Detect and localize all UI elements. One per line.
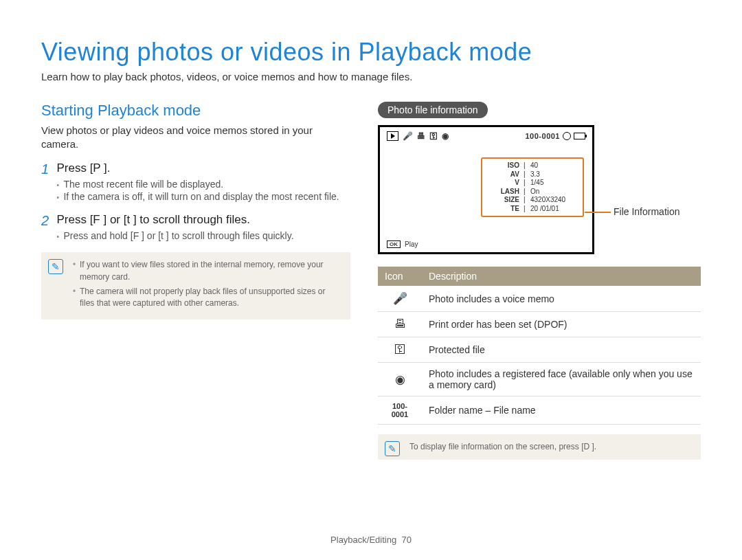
camera-screen: 🎤 🖶 ⚿ ◉ 100-0001 ISO|40 AV xyxy=(378,125,594,254)
table-desc: Photo includes a registered face (availa… xyxy=(422,363,701,396)
print-icon: 🖶 xyxy=(417,131,425,141)
info-key-flash: LASH xyxy=(486,188,519,197)
dial-icon xyxy=(563,132,571,140)
page-footer: Playback/Editing 70 xyxy=(0,535,742,545)
info-key-iso: ISO xyxy=(486,161,519,170)
table-head-desc: Description xyxy=(422,267,701,286)
info-key-size: SIZE xyxy=(486,196,519,205)
info-val-iso: 40 xyxy=(530,161,578,170)
step-number: 1 xyxy=(41,161,54,177)
face-icon: ◉ xyxy=(378,363,422,396)
info-val-date: 20 /01/01 xyxy=(530,205,578,214)
table-desc: Print order has been set (DPOF) xyxy=(422,312,701,337)
note-box-2: ✎ To display file information on the scr… xyxy=(378,434,701,460)
page-lead: Learn how to play back photos, videos, o… xyxy=(41,71,701,82)
table-row: ⚿Protected file xyxy=(378,337,701,363)
table-head-icon: Icon xyxy=(378,267,422,286)
ok-label: OK xyxy=(387,240,401,248)
playback-icon xyxy=(387,131,398,141)
table-row: 🖶Print order has been set (DPOF) xyxy=(378,312,701,337)
section-title: Starting Playback mode xyxy=(41,102,350,120)
table-row: 🎤Photo includes a voice memo xyxy=(378,286,701,312)
step-number: 2 xyxy=(41,213,54,229)
play-label: Play xyxy=(405,240,418,248)
step-1-sub-b: If the camera is off, it will turn on an… xyxy=(56,190,345,203)
photo-file-info-pill: Photo file information xyxy=(378,102,488,118)
info-val-flash: On xyxy=(530,188,578,197)
step-2: 2 Press [F ] or [t ] to scroll through f… xyxy=(41,213,350,243)
right-column: Photo file information 🎤 🖶 ⚿ ◉ 100-0001 xyxy=(378,102,701,460)
footer-section: Playback/Editing xyxy=(330,535,396,545)
battery-icon xyxy=(574,133,585,139)
table-row: 100-0001Folder name – File name xyxy=(378,396,701,425)
table-row: ◉Photo includes a registered face (avail… xyxy=(378,363,701,396)
step-1: 1 Press [P ]. The most recent file will … xyxy=(41,161,350,204)
table-desc: Photo includes a voice memo xyxy=(422,286,701,312)
step-2-sub-a: Press and hold [F ] or [t ] to scroll th… xyxy=(56,229,345,243)
note-icon: ✎ xyxy=(385,441,400,456)
info-key-av: AV xyxy=(486,170,519,179)
note-1: If you want to view files stored in the … xyxy=(73,259,341,283)
step-2-title: Press [F ] or [t ] to scroll through fil… xyxy=(56,213,345,227)
file-number-label: 100-0001 xyxy=(526,132,561,140)
icon-description-table: Icon Description 🎤Photo includes a voice… xyxy=(378,267,701,425)
section-lead: View photos or play videos and voice mem… xyxy=(41,124,350,152)
note-box: ✎ If you want to view files stored in th… xyxy=(41,252,350,320)
footer-page: 70 xyxy=(401,535,411,545)
voice-memo-icon: 🎤 xyxy=(378,286,422,312)
file-information-callout: File Information xyxy=(614,206,679,217)
note-icon: ✎ xyxy=(48,259,63,274)
info-key-tv: V xyxy=(486,179,519,188)
info-key-date: TE xyxy=(486,205,519,214)
lock-icon: ⚿ xyxy=(429,131,438,141)
table-desc: Protected file xyxy=(422,337,701,363)
step-1-title: Press [P ]. xyxy=(56,161,345,175)
info-val-av: 3.3 xyxy=(530,170,578,179)
info-val-tv: 1/45 xyxy=(530,179,578,188)
note-2: The camera will not properly play back f… xyxy=(73,286,341,310)
step-1-sub-a: The most recent file will be displayed. xyxy=(56,178,345,191)
print-icon: 🖶 xyxy=(378,312,422,337)
leader-line xyxy=(585,212,611,213)
lock-icon: ⚿ xyxy=(378,337,422,363)
filename-label: 100-0001 xyxy=(378,396,422,425)
page-title: Viewing photos or videos in Playback mod… xyxy=(41,38,701,67)
note-2-text: To display file information on the scree… xyxy=(409,442,596,451)
info-val-size: 4320X3240 xyxy=(530,196,578,205)
file-info-box: ISO|40 AV|3.3 V|1/45 LASH|On SIZE|4320X3… xyxy=(481,157,584,217)
left-column: Starting Playback mode View photos or pl… xyxy=(41,102,350,460)
face-icon: ◉ xyxy=(442,131,449,141)
table-desc: Folder name – File name xyxy=(422,396,701,425)
voice-memo-icon: 🎤 xyxy=(403,131,413,141)
